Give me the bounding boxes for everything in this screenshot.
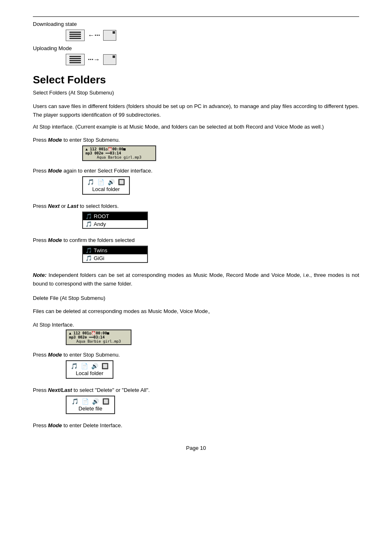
delete-label-1: Delete File (At Stop Submenu) xyxy=(33,295,359,301)
mode-bold-5: Mode xyxy=(48,422,62,428)
folder-label-1: Local folder xyxy=(87,186,125,192)
instruction-2: Press Mode again to enter Select Folder … xyxy=(33,168,359,174)
del-icon-box: 🔲 xyxy=(102,398,109,405)
folder-icon-box-2: 🔲 xyxy=(101,363,108,369)
folder-icon-box: 🔲 xyxy=(118,179,125,185)
device-lines-upload xyxy=(69,56,81,63)
section-title: Select Folders xyxy=(33,74,359,86)
small-lcd: ▲ 112 001◎⏰00:00■ mp3 002⊕ ━━03:14 Aqua … xyxy=(66,329,131,345)
twins-icon: 🎵 xyxy=(85,247,92,253)
device-left-upload xyxy=(66,54,85,65)
uline1 xyxy=(69,56,81,57)
folder-icon-doc-2: 📄 xyxy=(81,363,88,369)
mode-bold-3: Mode xyxy=(48,237,62,243)
file-row-twins: 🎵 Twins xyxy=(83,246,147,254)
uploading-diagram: ···→ xyxy=(66,54,359,65)
file-list-box-1: 🎵 ROOT 🎵 Andy xyxy=(82,212,148,229)
lcd-display-1: ▲ 112 001◎⏰00:00■ mp3 002⊕ ━━03:14 Aqua … xyxy=(82,145,156,161)
instruction-3: Press Next or Last to select folders. xyxy=(33,203,359,209)
uploading-label: Uploading Mode xyxy=(33,45,359,51)
folder-icon-voice: 🔊 xyxy=(108,179,115,185)
file-row-andy: 🎵 Andy xyxy=(83,220,147,228)
subtitle: Select Folders (At Stop Submenu) xyxy=(33,90,359,96)
downloading-diagram: ←··· xyxy=(66,30,359,41)
delete-file-box: 🎵 📄 🔊 🔲 Delete file xyxy=(66,396,115,414)
lcd-row2: Aqua Barbie girl.mp3 xyxy=(85,155,153,159)
small-lcd-row1b: mp3 002⊕ ━━03:14 xyxy=(69,335,128,339)
next-bold: Next xyxy=(48,203,60,209)
device-screen-upload xyxy=(103,54,116,65)
gigi-name: GiGi xyxy=(94,255,104,261)
delete-file-label: Delete file xyxy=(71,405,109,412)
arrow-right-upload: ···→ xyxy=(88,56,100,63)
folder-icons-row-2: 🎵 📄 🔊 🔲 xyxy=(71,363,108,369)
nextlast-bold: Next/Last xyxy=(48,387,72,393)
device-left xyxy=(66,30,85,41)
mode-bold-4: Mode xyxy=(48,352,62,358)
last-bold: Last xyxy=(67,203,78,209)
folder-select-box-2: 🎵 📄 🔊 🔲 Local folder xyxy=(66,360,113,379)
line2 xyxy=(69,34,81,35)
device-lines xyxy=(69,32,81,39)
small-lcd-text1: ▲ 112 001◎⏰00:00■ xyxy=(69,331,109,335)
small-lcd-text1b: mp3 002⊕ ━━03:14 xyxy=(69,335,105,339)
mode-bold-1: Mode xyxy=(48,137,62,143)
lcd-row1: ▲ 112 001◎⏰00:00■ xyxy=(85,147,153,151)
note-text: Note: Independent folders can be set at … xyxy=(33,271,359,288)
delete-label-3: At Stop Interface. xyxy=(33,322,359,328)
folder-icon-voice-2: 🔊 xyxy=(91,363,98,369)
file-row-gigi: 🎵 GiGi xyxy=(83,254,147,262)
file-row-root: 🎵 ROOT xyxy=(83,212,147,220)
top-divider xyxy=(33,16,359,17)
downloading-label: Downloading state xyxy=(33,21,359,27)
mode-bold-2: Mode xyxy=(48,168,62,174)
andy-name: Andy xyxy=(94,221,106,227)
uline4 xyxy=(69,62,81,63)
delete-instruction-3: Press Mode to enter Delete Interface. xyxy=(33,422,359,428)
instruction-1: Press Mode to enter Stop Submenu. xyxy=(33,137,359,143)
page-content: Downloading state ←··· Uploading Mode ·· xyxy=(33,16,359,451)
folder-icon-music-2: 🎵 xyxy=(71,363,78,369)
delete-instruction-2: Press Next/Last to select "Delete" or "D… xyxy=(33,387,359,393)
gigi-icon: 🎵 xyxy=(85,255,92,261)
folder-icon-doc: 📄 xyxy=(97,179,104,185)
screen-dot xyxy=(113,31,115,34)
body-paragraph1: Users can save files in different folder… xyxy=(33,102,359,120)
uline3 xyxy=(69,60,81,61)
del-icon-music: 🎵 xyxy=(71,398,78,405)
device-screen-download xyxy=(103,30,116,41)
delete-instruction-1: Press Mode to enter Stop Submenu. xyxy=(33,352,359,358)
del-icon-voice: 🔊 xyxy=(92,398,99,405)
line3 xyxy=(69,36,81,37)
delete-label-2: Files can be deleted at corresponding mo… xyxy=(33,308,359,315)
root-icon: 🎵 xyxy=(85,213,92,219)
page-number: Page 10 xyxy=(33,445,359,451)
lcd-text-1: ▲ 112 001◎⏰00:00■ xyxy=(85,147,126,151)
folder-select-box-1: 🎵 📄 🔊 🔲 Local folder xyxy=(82,176,130,195)
twins-name: Twins xyxy=(94,247,107,253)
lcd-row1b: mp3 002⊕ ━━03:14 xyxy=(85,151,153,155)
uscreen-dot xyxy=(113,55,115,58)
andy-icon: 🎵 xyxy=(85,221,92,227)
small-lcd-row1: ▲ 112 001◎⏰00:00■ xyxy=(69,331,128,335)
folder-icons-row-1: 🎵 📄 🔊 🔲 xyxy=(87,179,125,185)
instruction-4: Press Mode to confirm the folders select… xyxy=(33,237,359,243)
root-name: ROOT xyxy=(94,213,109,219)
small-lcd-row2: Aqua Barbie girl.mp3 xyxy=(69,339,128,343)
arrow-left-download: ←··· xyxy=(88,32,100,39)
uline2 xyxy=(69,58,81,59)
lcd-text-1b: mp3 002⊕ ━━03:14 xyxy=(85,151,121,155)
line1 xyxy=(69,32,81,33)
folder-icon-music: 🎵 xyxy=(87,179,94,185)
delete-file-icons-row: 🎵 📄 🔊 🔲 xyxy=(71,398,109,405)
line4 xyxy=(69,38,81,39)
file-list-box-2: 🎵 Twins 🎵 GiGi xyxy=(82,246,148,263)
del-icon-doc: 📄 xyxy=(82,398,89,405)
folder-label-2: Local folder xyxy=(71,370,108,376)
note-bold: Note: xyxy=(33,272,46,278)
body-paragraph2: At Stop interface. (Current example is a… xyxy=(33,123,359,131)
